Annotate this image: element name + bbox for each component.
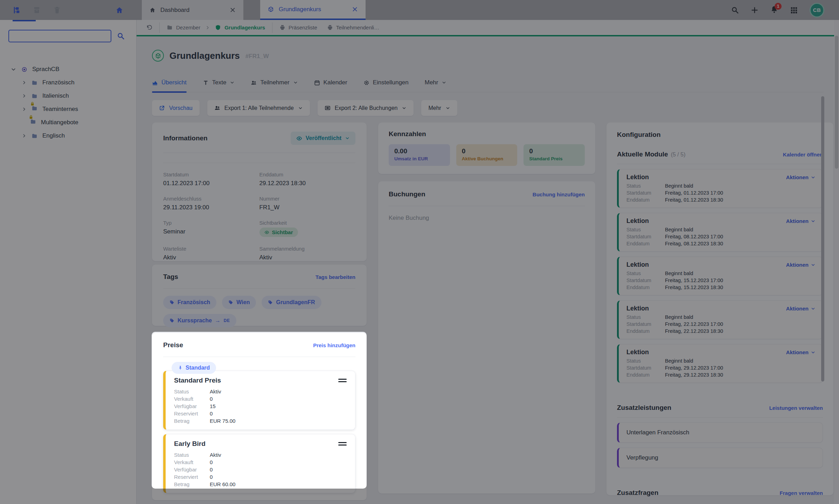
button-label: Mehr xyxy=(428,105,441,111)
people-icon xyxy=(214,105,220,111)
export1-button[interactable]: Export 1: Alle Teilnehmende xyxy=(207,100,310,116)
tree-item-teaminternes[interactable]: Teaminternes xyxy=(0,103,136,116)
tag-wien[interactable]: Wien xyxy=(222,296,256,309)
divider xyxy=(163,288,355,289)
close-tab-icon[interactable] xyxy=(230,7,236,13)
topbar-actions: 1 CB xyxy=(731,0,824,20)
plus-icon[interactable] xyxy=(751,6,758,14)
tree-item-englisch[interactable]: Englisch xyxy=(0,129,136,142)
page-scrollbar-thumb[interactable] xyxy=(835,36,838,169)
tag-icon xyxy=(228,300,233,305)
leistung-card[interactable]: Verpflegung xyxy=(617,448,823,468)
avatar[interactable]: CB xyxy=(810,3,824,18)
breadcrumb-current[interactable]: Grundlagenkurs xyxy=(215,24,265,30)
tab-dashboard[interactable]: Dashboard xyxy=(142,0,243,20)
tag-kurssprache[interactable]: Kurssprache → DE xyxy=(163,314,236,327)
chevron-right-icon[interactable] xyxy=(22,93,27,98)
tab-kalender[interactable]: Kalender xyxy=(314,74,347,91)
breadcrumb-bar: Dezember Grundlagenkurs Präsenzliste Tei… xyxy=(137,20,839,36)
sidebar-search-input[interactable] xyxy=(8,30,111,42)
chevron-down-icon[interactable] xyxy=(11,66,16,72)
drag-handle-icon[interactable] xyxy=(338,440,347,446)
chevron-right-icon[interactable] xyxy=(22,80,27,85)
drag-handle-icon[interactable] xyxy=(338,377,347,382)
tag-franzoesisch[interactable]: Französisch xyxy=(163,296,216,309)
empty-state-text: Keine Buchung xyxy=(389,215,585,222)
arrow-icon: → xyxy=(215,317,221,324)
chevron-down-icon xyxy=(402,106,407,111)
export2-button[interactable]: Export 2: Alle Buchungen xyxy=(318,100,414,116)
stat-cards: 0.00 Umsatz in EUR 0 Aktive Buchungen 0 … xyxy=(389,144,585,166)
trash-icon[interactable] xyxy=(53,6,61,14)
preis-hinzufuegen-link[interactable]: Preis hinzufügen xyxy=(313,342,355,348)
page-scrollbar-track[interactable] xyxy=(834,20,839,504)
buchung-hinzufuegen-link[interactable]: Buchung hinzufügen xyxy=(533,191,585,197)
lektion-card: Lektion Aktionen StatusBeginnt bald Star… xyxy=(617,300,823,339)
button-label: Export 1: Alle Teilnehmende xyxy=(224,105,294,111)
tab-teilnehmer[interactable]: Teilnehmer xyxy=(251,74,298,91)
tab-label: Einstellungen xyxy=(373,79,409,86)
apps-grid-icon[interactable] xyxy=(790,6,798,14)
field-enddatum: Enddatum 29.12.2023 18:30 xyxy=(259,172,356,187)
status-label: Veröffentlicht xyxy=(306,135,341,141)
tab-grundlagenkurs-label: Grundlagenkurs xyxy=(279,6,321,13)
leistungen-verwalten-link[interactable]: Leistungen verwalten xyxy=(769,405,823,411)
aktionen-dropdown[interactable]: Aktionen xyxy=(786,262,816,268)
tab-uebersicht[interactable]: Übersicht xyxy=(152,74,187,91)
mehr-button[interactable]: Mehr xyxy=(421,100,457,116)
tree-item-franzoesisch[interactable]: Französisch xyxy=(0,76,136,89)
history-icon[interactable] xyxy=(146,24,152,30)
tab-grundlagenkurs[interactable]: Grundlagenkurs xyxy=(260,0,366,20)
chevron-down-icon xyxy=(811,350,816,355)
close-tab-icon[interactable] xyxy=(352,6,358,12)
aktionen-dropdown[interactable]: Aktionen xyxy=(786,174,816,180)
notifications-button[interactable]: 1 xyxy=(770,6,778,15)
lektion-card: Lektion Aktionen StatusBeginnt bald Star… xyxy=(617,169,823,208)
module-count: (5 / 5) xyxy=(671,152,686,158)
content-scrollbar-thumb[interactable] xyxy=(821,96,824,382)
printer-icon xyxy=(327,24,333,30)
chevron-right-icon[interactable] xyxy=(22,133,27,138)
tree-item-label: Englisch xyxy=(42,132,65,139)
archive-icon[interactable] xyxy=(33,6,41,14)
sidebar-search-icon[interactable] xyxy=(117,32,125,40)
notification-badge: 1 xyxy=(775,3,782,10)
kalender-oeffnen-link[interactable]: Kalender öffnen xyxy=(783,152,823,158)
home-icon[interactable] xyxy=(116,6,123,14)
field-nummer: Nummer FR1_W xyxy=(259,196,356,211)
tag-grundlagenfr[interactable]: GrundlagenFR xyxy=(262,296,321,309)
buchungen-panel: Buchungen Buchung hinzufügen Keine Buchu… xyxy=(378,181,595,493)
gear-icon xyxy=(363,80,369,86)
print-praesenzliste[interactable]: Präsenzliste xyxy=(279,24,317,30)
chevron-right-icon[interactable] xyxy=(22,107,27,112)
vorschau-button[interactable]: Vorschau xyxy=(152,100,200,116)
tree-item-multiangebote[interactable]: Multiangebote xyxy=(0,116,136,129)
course-cube-icon xyxy=(152,50,164,62)
tab-mehr[interactable]: Mehr xyxy=(425,74,447,91)
aktionen-dropdown[interactable]: Aktionen xyxy=(786,349,816,355)
folder-icon xyxy=(30,119,36,125)
leistung-card[interactable]: Unterlagen Französisch xyxy=(617,422,823,443)
sidebar: SprachCB Französisch Italienisch Teamint… xyxy=(0,20,137,504)
konfiguration-panel: Konfiguration Aktuelle Module(5 / 5) Kal… xyxy=(606,122,833,495)
tab-texte[interactable]: Texte xyxy=(203,74,235,91)
tree-item-italienisch[interactable]: Italienisch xyxy=(0,89,136,103)
tree-item-sprachcb[interactable]: SprachCB xyxy=(0,63,136,76)
chevron-down-icon xyxy=(811,175,816,180)
tags-bearbeiten-link[interactable]: Tags bearbeiten xyxy=(316,274,355,280)
tab-einstellungen[interactable]: Einstellungen xyxy=(363,74,409,91)
aktionen-dropdown[interactable]: Aktionen xyxy=(786,218,816,224)
panel-title: Informationen xyxy=(163,134,208,142)
action-toolbar: Vorschau Export 1: Alle Teilnehmende Exp… xyxy=(152,100,457,116)
chevron-down-icon xyxy=(445,106,450,111)
print-teilnehmendenliste[interactable]: Teilnehmendenli… xyxy=(327,24,379,30)
aktionen-dropdown[interactable]: Aktionen xyxy=(786,306,816,312)
sitemap-icon[interactable] xyxy=(13,6,20,14)
search-icon[interactable] xyxy=(731,6,739,14)
tree-item-label: Italienisch xyxy=(42,92,69,99)
breadcrumb-folder[interactable]: Dezember xyxy=(167,24,200,30)
course-code: #FR1_W xyxy=(245,53,269,60)
publish-status-button[interactable]: Veröffentlicht xyxy=(291,132,355,145)
fragen-verwalten-link[interactable]: Fragen verwalten xyxy=(780,490,823,496)
tree-item-label: SprachCB xyxy=(32,66,59,73)
